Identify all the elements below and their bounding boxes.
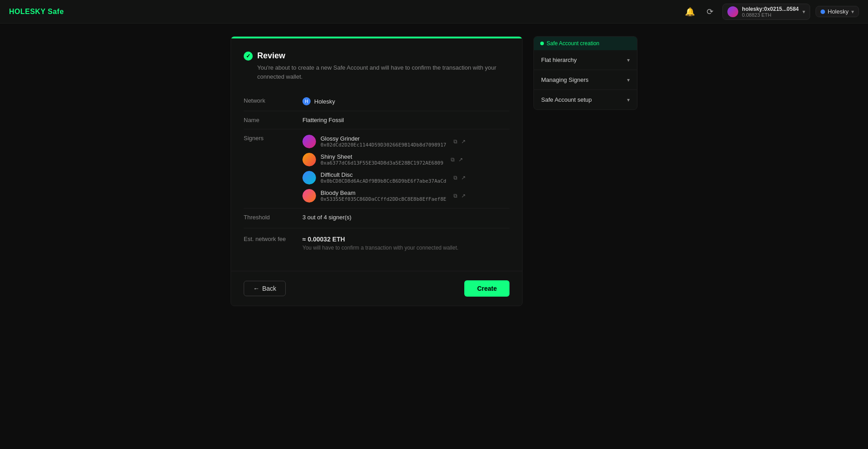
wallet-avatar <box>727 6 738 17</box>
sidebar-accordion-label: Safe Account setup <box>541 96 592 103</box>
chevron-down-icon: ▾ <box>627 77 630 83</box>
side-card-header: Safe Account creation <box>534 37 637 50</box>
wallet-balance: 0.08823 ETH <box>742 12 798 18</box>
network-name: Holesky <box>828 8 849 15</box>
signer-avatar <box>302 189 316 203</box>
signer-row: Bloody Beam 0x53355Ef035C86DDaCCffd2DDcB… <box>302 189 509 203</box>
name-value: Flattering Fossil <box>302 111 509 129</box>
bell-icon: 🔔 <box>685 7 695 17</box>
signer-row: Difficult Disc 0x0bCD8CD8d6AcADf9B9b8CcB… <box>302 171 509 184</box>
signer-address: 0x53355Ef035C86DDaCCffd2DDcBC8E8b8EfFaef… <box>321 196 446 202</box>
info-table: Network H Holesky Name Flattering Fossil <box>244 92 509 226</box>
signer-name: Bloody Beam <box>321 189 446 196</box>
threshold-row: Threshold 3 out of 4 signer(s) <box>244 208 509 227</box>
review-header: ✓ Review You're about to create a new Sa… <box>244 51 509 81</box>
open-explorer-button[interactable]: ↗ <box>460 137 467 146</box>
name-label: Name <box>244 111 302 129</box>
open-explorer-button[interactable]: ↗ <box>460 174 467 182</box>
form-body: ✓ Review You're about to create a new Sa… <box>231 38 522 271</box>
chevron-down-icon: ▾ <box>627 57 630 63</box>
open-explorer-button[interactable]: ↗ <box>460 192 467 200</box>
network-chevron-icon: ▾ <box>851 9 854 15</box>
main-content: ✓ Review You're about to create a new Sa… <box>0 0 868 306</box>
signers-label: Signers <box>244 129 302 208</box>
wallet-chevron-icon: ▾ <box>802 9 805 15</box>
wallet-text: holesky:0x0215...0584 0.08823 ETH <box>742 6 798 18</box>
sidebar-accordion-item: Managing Signers ▾ <box>534 70 637 90</box>
fee-note: You will have to confirm a transaction w… <box>302 245 458 251</box>
wallet-address: holesky:0x0215...0584 <box>742 6 798 12</box>
network-small-icon: H <box>302 97 311 105</box>
sidebar-accordion-label: Flat hierarchy <box>541 57 577 63</box>
signer-name: Difficult Disc <box>321 171 446 178</box>
signers-value: Glossy Grinder 0x02dCd2D20Ec1144D59D3026… <box>302 129 509 208</box>
signer-address: 0x02dCd2D20Ec1144D59D30266E9B14Db8d70989… <box>321 142 446 148</box>
header: HOLESKY Safe 🔔 ⟳ holesky:0x0215...0584 0… <box>0 0 868 24</box>
progress-bar <box>231 37 522 38</box>
header-right: 🔔 ⟳ holesky:0x0215...0584 0.08823 ETH ▾ … <box>683 4 859 20</box>
signer-avatar <box>302 171 316 184</box>
copy-address-button[interactable]: ⧉ <box>453 174 458 182</box>
sidebar-accordion-item: Flat hierarchy ▾ <box>534 50 637 70</box>
network-value: H Holesky <box>302 92 509 111</box>
create-button[interactable]: Create <box>464 280 509 297</box>
form-card: ✓ Review You're about to create a new Sa… <box>231 36 523 306</box>
signer-name: Glossy Grinder <box>321 135 446 142</box>
signer-address: 0x0bCD8CD8d6AcADf9B9b8CcB6D9bE6f7abe37Aa… <box>321 178 446 184</box>
threshold-value: 3 out of 4 signer(s) <box>302 208 509 227</box>
check-icon: ✓ <box>244 52 253 61</box>
signers-list: Glossy Grinder 0x02dCd2D20Ec1144D59D3026… <box>302 135 509 203</box>
signer-name: Shiny Sheet <box>321 153 443 160</box>
sidebar-accordion-header[interactable]: Safe Account setup ▾ <box>534 90 637 109</box>
copy-address-button[interactable]: ⧉ <box>453 137 458 146</box>
logo: HOLESKY Safe <box>9 8 64 16</box>
signer-row: Shiny Sheet 0xa6377dC6d13F55E3D4D8d3a5E2… <box>302 153 509 166</box>
name-row: Name Flattering Fossil <box>244 111 509 129</box>
fee-amount: ≈ 0.00032 ETH <box>302 236 458 243</box>
signer-row: Glossy Grinder 0x02dCd2D20Ec1144D59D3026… <box>302 135 509 148</box>
chevron-down-icon: ▾ <box>627 97 630 103</box>
sidebar-accordion-label: Managing Signers <box>541 76 589 83</box>
back-button[interactable]: ← Back <box>244 281 286 296</box>
fee-section: Est. network fee ≈ 0.00032 ETH You will … <box>244 228 509 258</box>
wallet-info[interactable]: holesky:0x0215...0584 0.08823 ETH ▾ <box>722 4 810 20</box>
refresh-icon: ⟳ <box>707 7 713 17</box>
fee-row: Est. network fee ≈ 0.00032 ETH You will … <box>244 236 509 251</box>
side-panel: Safe Account creation Flat hierarchy ▾ M… <box>533 36 637 306</box>
copy-address-button[interactable]: ⧉ <box>453 192 458 200</box>
review-title: Review <box>257 51 285 61</box>
signers-row: Signers Glossy Grinder 0x02dCd2D20Ec1144… <box>244 129 509 208</box>
sidebar-accordion-item: Safe Account setup ▾ <box>534 90 637 109</box>
creation-label: Safe Account creation <box>547 40 599 47</box>
progress-fill <box>231 37 522 38</box>
content-wrapper: ✓ Review You're about to create a new Sa… <box>231 36 637 306</box>
safe-creation-dot-icon <box>540 42 544 45</box>
signer-address: 0xa6377dC6d13F55E3D4D8d3a5E28BC1972AE680… <box>321 160 443 166</box>
network-row: Network H Holesky <box>244 92 509 111</box>
open-explorer-button[interactable]: ↗ <box>458 156 464 164</box>
sidebar-accordion: Flat hierarchy ▾ Managing Signers ▾ Safe… <box>534 50 637 109</box>
back-arrow-icon: ← <box>253 285 259 292</box>
network-label: Network <box>244 92 302 111</box>
sidebar-accordion-header[interactable]: Flat hierarchy ▾ <box>534 50 637 70</box>
form-footer: ← Back Create <box>231 271 522 306</box>
signer-avatar <box>302 135 316 148</box>
network-badge[interactable]: Holesky ▾ <box>816 6 859 17</box>
notifications-button[interactable]: 🔔 <box>683 5 697 19</box>
threshold-label: Threshold <box>244 208 302 227</box>
sidebar-accordion-header[interactable]: Managing Signers ▾ <box>534 70 637 90</box>
review-subtitle: You're about to create a new Safe Accoun… <box>257 63 509 81</box>
signer-avatar <box>302 153 316 166</box>
fee-value-block: ≈ 0.00032 ETH You will have to confirm a… <box>302 236 458 251</box>
review-title-row: ✓ Review <box>244 51 509 61</box>
side-card: Safe Account creation Flat hierarchy ▾ M… <box>533 36 637 110</box>
refresh-button[interactable]: ⟳ <box>703 5 717 19</box>
copy-address-button[interactable]: ⧉ <box>450 156 456 164</box>
fee-label: Est. network fee <box>244 236 302 242</box>
network-dot-icon <box>821 9 825 14</box>
